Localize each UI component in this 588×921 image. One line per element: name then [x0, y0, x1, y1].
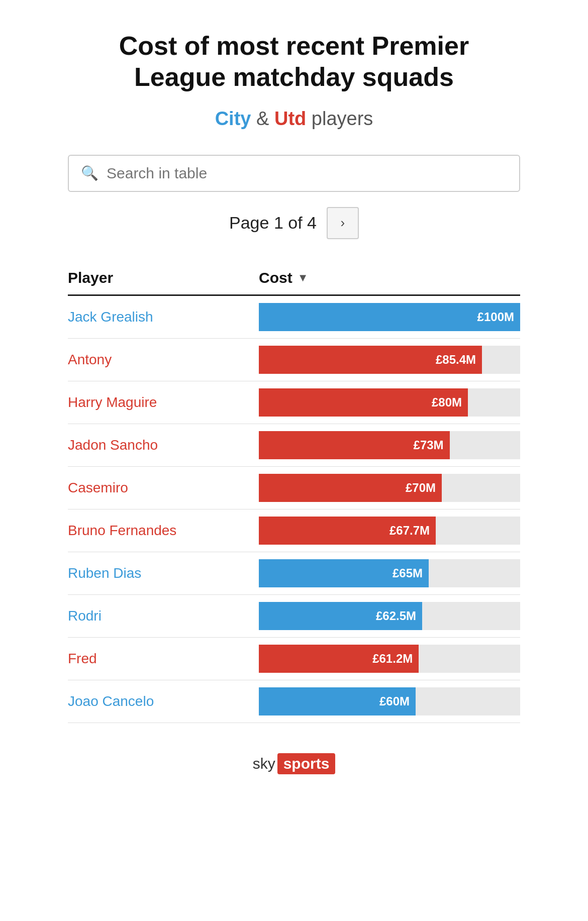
page-label: Page 1 of 4 — [229, 213, 317, 233]
search-input[interactable] — [107, 165, 507, 182]
bar-fill: £62.5M — [259, 602, 422, 630]
col-header-player: Player — [68, 269, 259, 286]
table-row: Casemiro£70M — [68, 467, 520, 509]
bar-fill: £80M — [259, 388, 468, 417]
bar-container: £85.4M — [259, 346, 520, 374]
bar-fill: £73M — [259, 431, 450, 459]
player-name: Rodri — [68, 608, 259, 624]
subtitle: City & Utd players — [215, 108, 373, 130]
bar-container: £60M — [259, 687, 520, 715]
table-row: Harry Maguire£80M — [68, 381, 520, 424]
player-name: Antony — [68, 352, 259, 368]
subtitle-post: players — [312, 108, 373, 129]
player-name: Harry Maguire — [68, 394, 259, 411]
player-name: Fred — [68, 651, 259, 667]
col-header-cost[interactable]: Cost ▼ — [259, 269, 520, 286]
bar-container: £70M — [259, 474, 520, 502]
sort-icon: ▼ — [298, 271, 309, 284]
bar-fill: £61.2M — [259, 645, 419, 673]
sports-badge: sports — [277, 753, 336, 774]
bar-container: £67.7M — [259, 517, 520, 545]
table-row: Ruben Dias£65M — [68, 552, 520, 595]
bar-container: £80M — [259, 388, 520, 417]
bar-fill: £70M — [259, 474, 442, 502]
player-name: Casemiro — [68, 480, 259, 496]
table-row: Rodri£62.5M — [68, 595, 520, 638]
bar-container: £73M — [259, 431, 520, 459]
player-name: Joao Cancelo — [68, 693, 259, 709]
page-title: Cost of most recent Premier League match… — [93, 30, 495, 93]
bar-container: £62.5M — [259, 602, 520, 630]
bar-container: £61.2M — [259, 645, 520, 673]
table-row: Jack Grealish£100M — [68, 296, 520, 339]
bar-fill: £60M — [259, 687, 416, 715]
search-container: 🔍 — [68, 155, 520, 192]
bar-fill: £100M — [259, 303, 520, 331]
table-row: Antony£85.4M — [68, 339, 520, 381]
player-name: Jack Grealish — [68, 309, 259, 325]
subtitle-mid: & — [256, 108, 274, 129]
table-row: Bruno Fernandes£67.7M — [68, 509, 520, 552]
player-name: Jadon Sancho — [68, 437, 259, 453]
table-row: Joao Cancelo£60M — [68, 680, 520, 723]
bar-fill: £85.4M — [259, 346, 482, 374]
table-body: Jack Grealish£100MAntony£85.4MHarry Magu… — [68, 296, 520, 723]
bar-container: £100M — [259, 303, 520, 331]
next-page-button[interactable]: › — [327, 207, 359, 239]
bar-fill: £67.7M — [259, 517, 436, 545]
bar-fill: £65M — [259, 559, 429, 587]
player-name: Ruben Dias — [68, 565, 259, 581]
data-table: Player Cost ▼ Jack Grealish£100MAntony£8… — [68, 264, 520, 723]
pagination: Page 1 of 4 › — [229, 207, 359, 239]
search-icon: 🔍 — [81, 165, 99, 181]
city-label: City — [215, 108, 251, 129]
search-box: 🔍 — [68, 155, 520, 192]
table-header: Player Cost ▼ — [68, 264, 520, 296]
table-row: Fred£61.2M — [68, 638, 520, 680]
utd-label: Utd — [274, 108, 306, 129]
table-row: Jadon Sancho£73M — [68, 424, 520, 467]
footer: sky sports — [253, 753, 336, 774]
sky-text: sky — [253, 755, 275, 772]
player-name: Bruno Fernandes — [68, 523, 259, 539]
bar-container: £65M — [259, 559, 520, 587]
